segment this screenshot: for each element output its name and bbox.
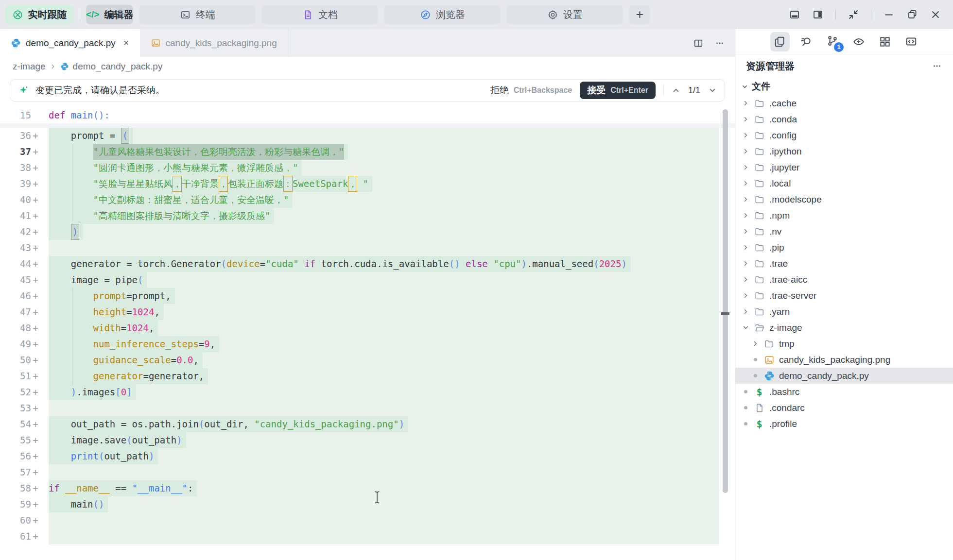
tree-item-.jupyter[interactable]: .jupyter [735, 159, 953, 175]
editor-tab-demo-candy-pack-py[interactable]: demo_candy_pack.py× [0, 29, 140, 57]
tree-item-.local[interactable]: .local [735, 175, 953, 191]
titlebar-tab-browser[interactable]: 浏览器 [384, 5, 501, 24]
token [49, 194, 93, 205]
code-line-47[interactable]: 47+ height=1024, [0, 304, 735, 320]
code-line-42[interactable]: 42+ ) [0, 224, 735, 240]
tree-item-.condarc[interactable]: .condarc [735, 400, 953, 416]
tree-item-.conda[interactable]: .conda [735, 111, 953, 127]
tree-item-demo_candy_pack.py[interactable]: demo_candy_pack.py [735, 368, 953, 384]
code-line-57[interactable]: 57+ [0, 464, 735, 480]
code-line-46[interactable]: 46+ prompt=prompt, [0, 288, 735, 304]
preview-view-icon[interactable] [849, 32, 868, 51]
code-line-54[interactable]: 54+ out_path = os.path.join(out_dir, "ca… [0, 416, 735, 432]
code-line-45[interactable]: 45+ image = pipe( [0, 272, 735, 288]
next-change-button[interactable] [708, 86, 717, 95]
tree-item-.cache[interactable]: .cache [735, 95, 953, 111]
code-line-41[interactable]: 41+ "高精细图案排版与清晰文字，摄影级质感" [0, 208, 735, 224]
vertical-scrollbar[interactable] [723, 109, 728, 493]
tree-item-.nv[interactable]: .nv [735, 223, 953, 239]
titlebar-tab-terminal[interactable]: 终端 [139, 5, 256, 24]
code-editor[interactable]: 15def main():36+ prompt = (37+ "儿童风格糖果包装… [0, 107, 735, 544]
code-line-61[interactable]: 61+ [0, 528, 735, 544]
files-section-header[interactable]: 文件 [735, 78, 953, 95]
tree-item-.ipython[interactable]: .ipython [735, 143, 953, 159]
code-line-15[interactable]: 15def main(): [0, 107, 735, 123]
code-line-52[interactable]: 52+ ).images[0] [0, 384, 735, 400]
collapse-window-icon[interactable] [848, 9, 859, 20]
folder-open-icon [754, 322, 765, 333]
token: print [71, 451, 99, 461]
source-control-view-icon[interactable]: 1 [823, 32, 842, 51]
chevron-down-icon [741, 83, 748, 90]
modified-dot [742, 422, 749, 425]
restore-button[interactable] [906, 9, 918, 20]
code-line-60[interactable]: 60+ [0, 512, 735, 528]
tree-item-.trae-aicc[interactable]: .trae-aicc [735, 272, 953, 288]
tree-item-.trae[interactable]: .trae [735, 255, 953, 272]
code-line-49[interactable]: 49+ num_inference_steps=9, [0, 336, 735, 352]
devtools-view-icon[interactable] [901, 32, 921, 51]
code-line-58[interactable]: 58+if __name__ == "__main__": [0, 480, 735, 496]
tree-item-.modelscope[interactable]: .modelscope [735, 191, 953, 207]
accept-button[interactable]: 接受 Ctrl+Enter [580, 82, 656, 99]
tree-item-.bashrc[interactable]: $.bashrc [735, 384, 953, 400]
prev-change-button[interactable] [672, 86, 680, 95]
search-view-icon[interactable] [797, 32, 816, 51]
close-tab-icon[interactable]: × [123, 37, 129, 49]
close-window-button[interactable] [930, 9, 941, 20]
tree-item-.config[interactable]: .config [735, 127, 953, 143]
code-line-38[interactable]: 38+ "圆润卡通图形，小熊与糖果元素，微浮雕质感，" [0, 160, 735, 176]
tree-item-.yarn[interactable]: .yarn [735, 304, 953, 320]
code-line-40[interactable]: 40+ "中文副标题：甜蜜星，适合儿童，安全温暖，" [0, 192, 735, 208]
token: out_path [132, 435, 177, 445]
titlebar-tab-settings[interactable]: 设置 [506, 5, 623, 24]
code-line-51[interactable]: 51+ generator=generator, [0, 368, 735, 384]
line-content: def main(): [49, 107, 719, 123]
diff-added-marker: + [31, 256, 40, 272]
titlebar-tab-live[interactable]: 实时跟随 [5, 5, 74, 24]
diff-added-marker: + [31, 416, 40, 432]
code-line-36[interactable]: 36+ prompt = ( [0, 128, 735, 144]
toggle-bottom-panel-icon[interactable] [789, 9, 800, 20]
minimize-button[interactable] [883, 9, 895, 20]
tree-item-tmp[interactable]: tmp [735, 336, 953, 352]
tree-item-.trae-server[interactable]: .trae-server [735, 288, 953, 304]
token: ， [219, 176, 228, 192]
titlebar-tab-docs[interactable]: 文档 [261, 5, 378, 24]
ai-sparkle-icon [18, 85, 30, 96]
code-line-53[interactable]: 53+ [0, 400, 735, 416]
tree-item-z-image[interactable]: z-image [735, 320, 953, 336]
line-number: 56 [0, 448, 31, 464]
extensions-view-icon[interactable] [875, 32, 895, 51]
token: (): [93, 110, 110, 120]
tree-item-.profile[interactable]: $.profile [735, 416, 953, 432]
python-icon [60, 62, 69, 71]
code-line-37[interactable]: 37+ "儿童风格糖果包装设计，色彩明亮活泼，粉彩与糖果色调，" [0, 144, 735, 160]
reject-button[interactable]: 拒绝 Ctrl+Backspace [490, 84, 572, 97]
explorer-more-icon[interactable] [932, 61, 942, 71]
new-tab-button[interactable]: + [629, 5, 650, 24]
folder-icon [754, 306, 765, 317]
code-line-50[interactable]: 50+ guidance_scale=0.0, [0, 352, 735, 368]
toggle-right-panel-icon[interactable] [812, 9, 824, 20]
code-line-43[interactable]: 43+ [0, 240, 735, 256]
editor-tab-candy-kids-packaging-png[interactable]: candy_kids_packaging.png [140, 29, 288, 57]
explorer-view-icon[interactable] [770, 32, 790, 51]
token: out_dir, [204, 419, 254, 429]
code-line-48[interactable]: 48+ width=1024, [0, 320, 735, 336]
tree-item-.npm[interactable]: .npm [735, 207, 953, 223]
code-line-55[interactable]: 55+ image.save(out_path) [0, 432, 735, 448]
tree-item-.pip[interactable]: .pip [735, 239, 953, 255]
split-editor-icon[interactable] [693, 38, 704, 49]
code-line-59[interactable]: 59+ main() [0, 496, 735, 512]
scrollbar-change-marker [721, 312, 729, 315]
more-actions-icon[interactable] [714, 38, 725, 49]
breadcrumb-file[interactable]: demo_candy_pack.py [73, 61, 163, 72]
folder-icon [754, 162, 765, 173]
code-line-44[interactable]: 44+ generator = torch.Generator(device="… [0, 256, 735, 272]
code-line-39[interactable]: 39+ "笑脸与星星贴纸风，干净背景，包装正面标题：SweetSpark， " [0, 176, 735, 192]
titlebar-tab-editor[interactable]: </>编辑器 [86, 5, 133, 24]
tree-item-candy_kids_packaging.png[interactable]: candy_kids_packaging.png [735, 352, 953, 368]
code-line-56[interactable]: 56+ print(out_path) [0, 448, 735, 464]
breadcrumb-folder[interactable]: z-image [13, 61, 46, 72]
